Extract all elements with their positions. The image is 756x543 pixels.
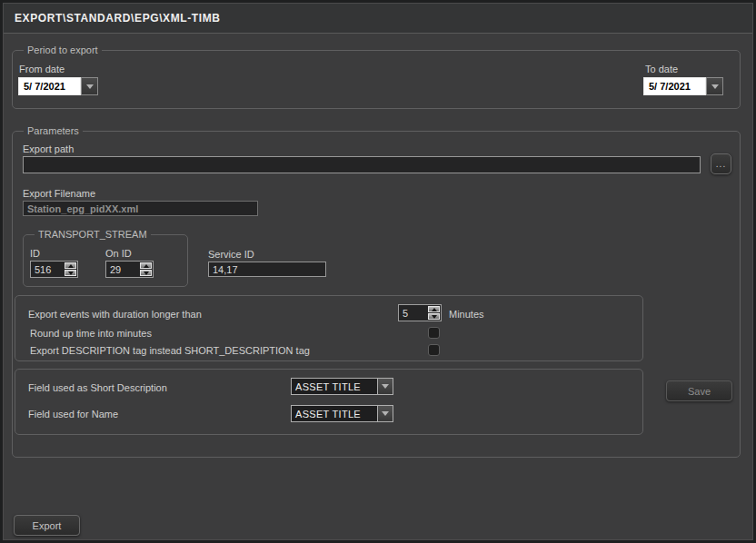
duration-label: Export events with duration longer than bbox=[28, 309, 202, 321]
name-field-combo-value[interactable]: ASSET TITLE bbox=[292, 406, 377, 421]
from-date-picker[interactable]: 5/ 7/2021 bbox=[18, 77, 98, 95]
export-path-label: Export path bbox=[23, 143, 74, 155]
from-date-value[interactable]: 5/ 7/2021 bbox=[18, 77, 81, 95]
to-date-picker[interactable]: 5/ 7/2021 bbox=[643, 77, 723, 95]
spin-up-icon bbox=[68, 264, 74, 268]
minutes-label: Minutes bbox=[449, 309, 484, 321]
short-description-field-label: Field used as Short Description bbox=[28, 382, 167, 394]
chevron-down-icon bbox=[382, 411, 389, 416]
export-button[interactable]: Export bbox=[14, 515, 80, 536]
browse-button[interactable]: ... bbox=[711, 153, 731, 174]
spin-down-icon bbox=[68, 272, 74, 275]
transport-id-spinner[interactable]: 516 bbox=[30, 261, 78, 278]
spin-down-icon bbox=[144, 272, 149, 275]
short-description-combo-value[interactable]: ASSET TITLE bbox=[292, 379, 377, 394]
duration-down-button[interactable] bbox=[428, 313, 440, 320]
short-description-combo-button[interactable] bbox=[377, 379, 393, 394]
period-to-export-group: Period to export bbox=[12, 50, 741, 109]
from-date-label: From date bbox=[19, 64, 65, 75]
to-date-dropdown-button[interactable] bbox=[706, 77, 723, 95]
duration-spinner[interactable]: 5 bbox=[398, 304, 442, 321]
export-filename-input[interactable] bbox=[23, 201, 258, 216]
duration-value[interactable]: 5 bbox=[399, 305, 427, 321]
on-id-up-button[interactable] bbox=[140, 262, 152, 269]
description-tag-checkbox[interactable] bbox=[428, 344, 440, 356]
spin-up-icon bbox=[432, 308, 437, 311]
round-up-checkbox[interactable] bbox=[428, 327, 440, 339]
to-date-label: To date bbox=[645, 64, 678, 75]
on-id-label: On ID bbox=[105, 248, 132, 260]
name-field-label: Field used for Name bbox=[28, 409, 118, 420]
export-dialog-window: EXPORT\STANDARD\EPG\XML-TIMB Period to e… bbox=[0, 0, 756, 543]
transport-id-up-button[interactable] bbox=[65, 262, 76, 269]
window-title: EXPORT\STANDARD\EPG\XML-TIMB bbox=[15, 12, 221, 25]
transport-id-down-button[interactable] bbox=[65, 270, 76, 276]
round-up-label: Round up time into minutes bbox=[30, 328, 152, 340]
on-id-down-button[interactable] bbox=[140, 270, 152, 276]
spin-down-icon bbox=[432, 315, 437, 319]
export-path-input[interactable] bbox=[23, 156, 701, 173]
on-id-value[interactable]: 29 bbox=[106, 262, 139, 277]
spin-up-icon bbox=[144, 264, 149, 268]
chevron-down-icon bbox=[711, 84, 719, 89]
short-description-combo[interactable]: ASSET TITLE bbox=[291, 378, 393, 395]
name-field-combo[interactable]: ASSET TITLE bbox=[291, 405, 393, 422]
name-field-combo-button[interactable] bbox=[377, 406, 393, 421]
chevron-down-icon bbox=[86, 84, 94, 89]
description-tag-label: Export DESCRIPTION tag instead SHORT_DES… bbox=[30, 345, 310, 357]
transport-stream-group-title: TRANSPORT_STREAM bbox=[35, 228, 151, 241]
duration-up-button[interactable] bbox=[428, 306, 440, 312]
export-filename-label: Export Filename bbox=[23, 188, 95, 200]
from-date-dropdown-button[interactable] bbox=[81, 77, 98, 95]
service-id-input[interactable] bbox=[208, 262, 326, 277]
parameters-group-title: Parameters bbox=[24, 124, 83, 137]
transport-id-value[interactable]: 516 bbox=[31, 262, 64, 277]
service-id-label: Service ID bbox=[208, 249, 254, 261]
to-date-value[interactable]: 5/ 7/2021 bbox=[643, 77, 706, 95]
save-button[interactable]: Save bbox=[666, 380, 732, 401]
title-bar: EXPORT\STANDARD\EPG\XML-TIMB bbox=[4, 4, 752, 34]
transport-id-label: ID bbox=[30, 248, 40, 260]
period-group-title: Period to export bbox=[24, 44, 102, 56]
chevron-down-icon bbox=[382, 384, 389, 389]
on-id-spinner[interactable]: 29 bbox=[105, 261, 154, 278]
